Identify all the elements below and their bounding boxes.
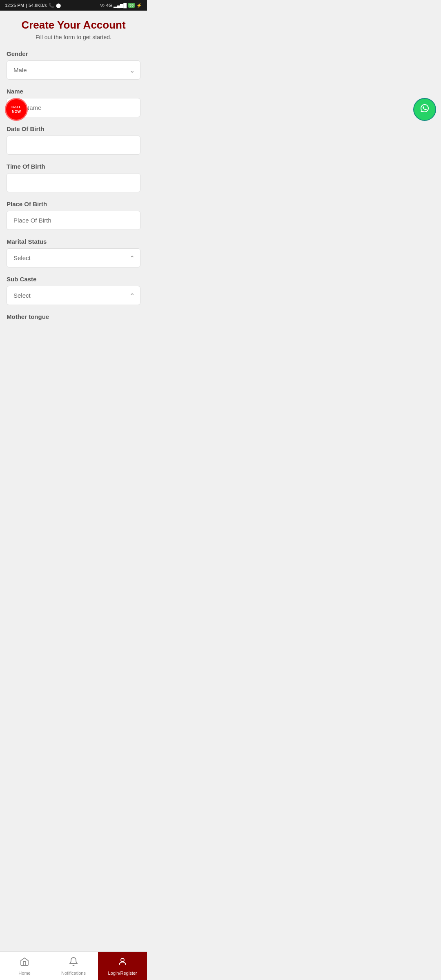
tob-label: Time Of Birth (7, 163, 140, 170)
dob-input[interactable] (7, 136, 140, 155)
network-type: 4G (106, 3, 112, 8)
tob-group: Time Of Birth (7, 163, 140, 192)
pob-input[interactable] (7, 211, 140, 230)
gender-select-wrapper[interactable]: Male Female Other ⌄ (7, 60, 140, 80)
pob-group: Place Of Birth (7, 200, 140, 230)
call-now-button[interactable]: CALL NOW (5, 98, 28, 121)
gender-label: Gender (7, 50, 140, 57)
mother-tongue-label: Mother tongue (7, 313, 140, 320)
page-title: Create Your Account (7, 19, 140, 31)
time: 12:25 PM (5, 3, 24, 8)
mother-tongue-group: Mother tongue (7, 313, 140, 320)
network-speed: | (26, 3, 27, 8)
gender-select[interactable]: Male Female Other (7, 60, 140, 80)
data-speed: 54.8KB/s (29, 3, 47, 8)
tob-input[interactable] (7, 173, 140, 192)
sub-caste-group: Sub Caste Select ⌃ (7, 276, 140, 305)
call-now-line2: NOW (12, 109, 21, 114)
volte-icon: Vo (100, 3, 105, 7)
battery-icon: 53 (128, 3, 135, 8)
marital-status-label: Marital Status (7, 238, 140, 245)
dob-group: Date Of Birth (7, 125, 140, 155)
marital-status-group: Marital Status Select Single Married Div… (7, 238, 140, 267)
status-right: Vo 4G ▂▄▆█ 53 ⚡ (100, 3, 142, 8)
status-bar: 12:25 PM | 54.8KB/s 📞 ⬤ Vo 4G ▂▄▆█ 53 ⚡ (0, 0, 147, 11)
sub-caste-label: Sub Caste (7, 276, 140, 283)
call-now-line1: CALL (11, 105, 21, 109)
signal-icon: ▂▄▆█ (114, 3, 127, 8)
page-subtitle: Fill out the form to get started. (7, 34, 140, 40)
marital-status-select[interactable]: Select Single Married Divorced Widowed (7, 248, 140, 267)
charging-icon: ⚡ (136, 3, 142, 8)
status-left: 12:25 PM | 54.8KB/s 📞 ⬤ (5, 3, 61, 8)
sub-caste-select-wrapper[interactable]: Select ⌃ (7, 286, 140, 305)
name-label: Name (7, 88, 140, 95)
gender-group: Gender Male Female Other ⌄ (7, 50, 140, 80)
main-content: Create Your Account Fill out the form to… (0, 11, 147, 369)
dob-label: Date Of Birth (7, 125, 140, 132)
dot-icon: ⬤ (56, 3, 61, 8)
phone-icon: 📞 (49, 3, 54, 8)
sub-caste-select[interactable]: Select (7, 286, 140, 305)
marital-status-select-wrapper[interactable]: Select Single Married Divorced Widowed ⌃ (7, 248, 140, 267)
pob-label: Place Of Birth (7, 200, 140, 207)
